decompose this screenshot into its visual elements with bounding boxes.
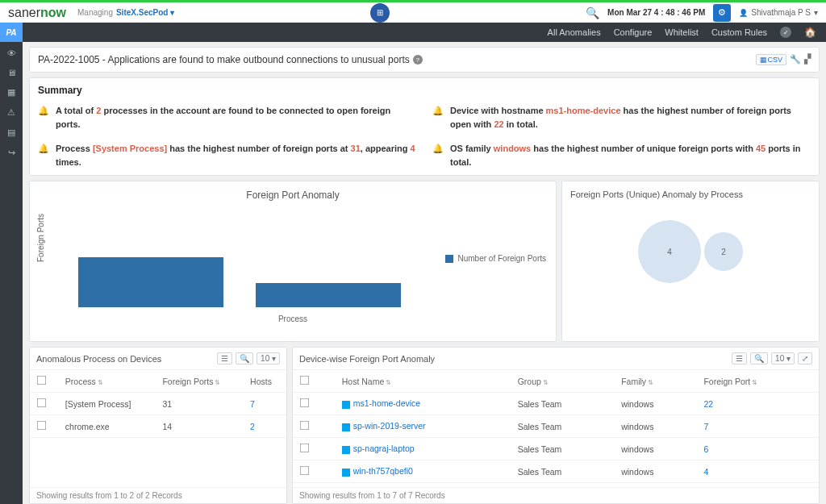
layout-icon[interactable]: ▞ [804,54,811,65]
row-checkbox[interactable] [300,444,310,453]
page-size-select[interactable]: 10 ▾ [771,352,795,364]
hosts-link[interactable]: 2 [250,422,255,431]
page-size-select[interactable]: 10 ▾ [257,352,280,364]
row-checkbox[interactable] [300,466,310,476]
bar-chart-panel: Foreign Port Anomaly Foreign Ports Proce… [29,181,557,342]
bell-icon: 🔔 [432,142,444,169]
logout-icon[interactable]: ↪ [8,148,15,158]
table2-footer: Showing results from 1 to 7 of 7 Records [293,487,819,503]
select-all-checkbox[interactable] [37,376,47,385]
summary-panel: Summary 🔔A total of 2 processes in the a… [29,77,820,176]
device-table-panel: Device-wise Foreign Port Anomaly ☰ 🔍 10 … [292,347,820,504]
help-icon[interactable]: ? [413,55,423,65]
process-table-panel: Anomalous Process on Devices ☰ 🔍 10 ▾ Pr… [29,347,287,504]
list-view-icon[interactable]: ☰ [217,352,232,364]
bubble-2: 2 [704,232,743,271]
windows-icon [342,423,350,431]
bell-icon: 🔔 [38,142,49,169]
sidebar: 👁 🖥 ▦ ⚠ ▤ ↪ [0,42,23,504]
bar-1 [78,257,223,307]
check-icon[interactable]: ✓ [780,27,791,38]
host-link[interactable]: sp-nagraj-laptop [353,444,415,453]
alert-icon[interactable]: ⚠ [7,107,15,118]
device-table: Host Name⇅ Group⇅ Family⇅ Foreign Port⇅ … [293,370,819,483]
search-icon[interactable]: 🔍 [750,352,768,364]
wrench-icon[interactable]: 🔧 [790,54,801,65]
bubble-chart[interactable]: 4 2 [570,220,811,283]
col-group[interactable]: Group⇅ [511,370,615,393]
monitor-icon[interactable]: 🖥 [7,68,16,77]
port-link[interactable]: 4 [703,467,708,477]
col-hosts[interactable]: Hosts [244,370,286,393]
nav-all-anomalies[interactable]: All Anomalies [548,27,601,37]
chevron-down-icon: ▾ [170,8,174,17]
bell-icon: 🔔 [38,104,49,131]
x-axis-label: Process [278,314,307,323]
user-menu[interactable]: Shivathmaja P S ▾ [739,8,818,17]
bar-chart[interactable] [78,243,401,307]
search-icon[interactable]: 🔍 [236,352,253,364]
bell-icon: 🔔 [432,104,444,131]
table-row: [System Process]317 [30,393,286,415]
col-host[interactable]: Host Name⇅ [336,370,511,393]
module-badge[interactable]: PA [0,23,23,42]
table-row: sp-win-2019-serverSales Teamwindows7 [293,415,819,438]
table1-footer: Showing results from 1 to 2 of 2 Records [30,487,286,503]
table-row: chrome.exe142 [30,415,286,438]
apps-grid-icon[interactable]: ⊞ [370,3,390,23]
port-link[interactable]: 22 [703,399,713,409]
eye-icon[interactable]: 👁 [7,48,16,58]
chart-legend: Number of Foreign Ports [445,254,547,263]
managing-label: Managing [77,8,113,17]
summary-heading: Summary [38,85,811,96]
top-bar: sanernow Managing SiteX.SecPod ▾ ⊞ 🔍 Mon… [0,0,826,23]
col-foreign-port[interactable]: Foreign Port⇅ [697,370,819,393]
table-row: ms1-home-deviceSales Teamwindows22 [293,393,819,415]
hosts-link[interactable]: 7 [250,399,255,409]
windows-icon [342,469,350,477]
table1-title: Anomalous Process on Devices [36,354,161,364]
page-title: PA-2022-1005 - Applications are found to… [38,54,410,65]
brand: sanernow [8,6,66,20]
col-process[interactable]: Process⇅ [59,370,156,393]
bar-2 [256,283,401,307]
book-icon[interactable]: ▤ [7,127,15,138]
main-content: PA-2022-1005 - Applications are found to… [23,42,826,504]
chart-title: Foreign Port Anomaly [38,190,548,201]
nav-configure[interactable]: Configure [614,27,653,37]
grid-icon[interactable]: ▦ [7,87,15,98]
site-dropdown[interactable]: SiteX.SecPod ▾ [116,8,174,17]
nav-bar: PA All Anomalies Configure Whitelist Cus… [0,23,826,42]
row-checkbox[interactable] [37,398,47,408]
table-row: sp-nagraj-laptopSales Teamwindows6 [293,438,819,460]
nav-custom-rules[interactable]: Custom Rules [711,27,767,37]
col-foreign-ports[interactable]: Foreign Ports⇅ [156,370,244,393]
col-family[interactable]: Family⇅ [615,370,697,393]
port-link[interactable]: 6 [703,444,708,454]
settings-icon[interactable]: ⚙ [713,4,731,22]
table-row: win-th757qbefi0Sales Teamwindows4 [293,460,819,483]
expand-icon[interactable]: ⤢ [798,352,812,364]
nav-whitelist[interactable]: Whitelist [665,27,699,37]
host-link[interactable]: sp-win-2019-server [353,421,426,431]
csv-button[interactable]: ▦CSV [756,54,786,65]
row-checkbox[interactable] [37,421,47,431]
host-link[interactable]: win-th757qbefi0 [353,466,413,476]
bubble-1: 4 [638,220,701,283]
port-link[interactable]: 7 [703,422,708,431]
row-checkbox[interactable] [300,398,310,408]
table2-title: Device-wise Foreign Port Anomaly [299,354,435,364]
row-checkbox[interactable] [300,421,310,431]
home-icon[interactable]: 🏠 [804,27,816,38]
clock-label: Mon Mar 27 4 : 48 : 46 PM [607,8,705,17]
list-view-icon[interactable]: ☰ [732,352,747,364]
process-table: Process⇅ Foreign Ports⇅ Hosts [System Pr… [30,370,286,438]
bubble-title: Foreign Ports (Unique) Anomaly by Proces… [570,190,811,199]
host-link[interactable]: ms1-home-device [353,398,420,408]
select-all-checkbox[interactable] [300,376,310,385]
y-axis-label: Foreign Ports [36,214,45,262]
bubble-chart-panel: Foreign Ports (Unique) Anomaly by Proces… [561,181,820,342]
search-icon[interactable]: 🔍 [586,6,599,19]
windows-icon [342,446,350,454]
windows-icon [342,401,350,409]
